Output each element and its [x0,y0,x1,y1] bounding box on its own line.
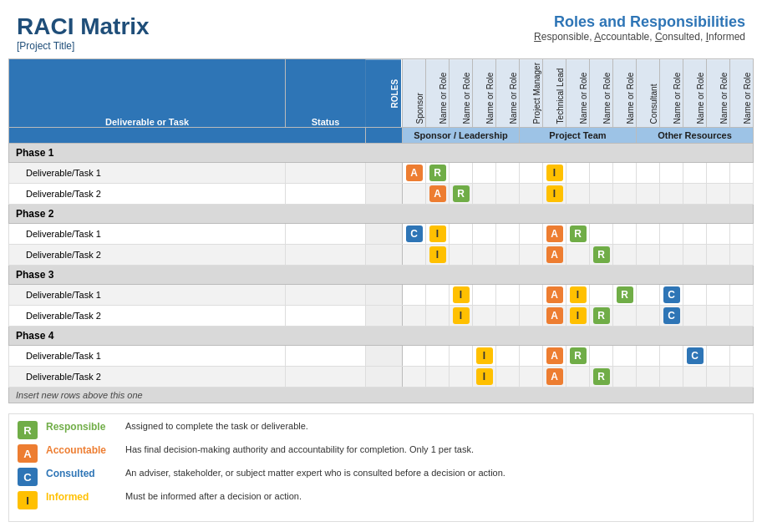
status-cell [286,367,366,388]
raci-cell [520,184,543,205]
role-11: Name or Role [730,59,754,128]
task-name-cell: Deliverable/Task 2 [9,245,286,266]
raci-cell [403,245,426,266]
roles-spacer [365,184,402,205]
raci-cell [496,184,520,205]
raci-cell: A [543,245,566,266]
phase-row-3: Phase 3 [9,266,754,285]
raci-cell [590,184,613,205]
roles-spacer [365,224,402,245]
raci-cell [496,285,520,306]
raci-cell [426,346,450,367]
raci-cell: A [543,346,566,367]
raci-cell: R [566,224,590,245]
legend-badge-I: I [18,491,38,509]
legend-row-C: CConsultedAn adviser, stakeholder, or su… [18,468,744,486]
raci-cell [730,245,754,266]
raci-cell [496,367,520,388]
role-1: Name or Role [426,59,450,128]
role-consultant: Consultant [637,59,660,128]
raci-cell [637,285,660,306]
raci-cell [520,163,543,184]
raci-cell: I [566,306,590,327]
task-name-cell: Deliverable/Task 2 [9,367,286,388]
raci-cell [637,306,660,327]
role-5: Name or Role [566,59,590,128]
task-row: Deliverable/Task 2IAR [9,367,754,388]
header-right: Roles and Responsibilities Responsible, … [534,13,745,43]
badge-R: R [570,347,587,364]
insert-row-text: Insert new rows above this one [9,388,754,403]
raci-cell [683,306,707,327]
legend-desc-I: Must be informed after a decision or act… [125,491,302,501]
task-name-cell: Deliverable/Task 2 [9,184,286,205]
raci-cell [473,306,496,327]
raci-cell [683,245,707,266]
legend-label-I: Informed [46,491,125,503]
legend: RResponsibleAssigned to complete the tas… [8,413,754,522]
raci-cell [613,163,637,184]
legend-row-I: IInformedMust be informed after a decisi… [18,491,744,509]
badge-R: R [429,165,446,181]
raci-cell [590,346,613,367]
raci-cell [450,346,473,367]
raci-cell [637,163,660,184]
badge-I: I [570,307,587,324]
badge-C: C [663,286,680,303]
badge-A: A [546,225,563,242]
raci-cell [450,245,473,266]
legend-desc-R: Assigned to complete the task or deliver… [125,421,308,431]
raci-cell [403,285,426,306]
status-cell [286,184,366,205]
role-10: Name or Role [707,59,730,128]
legend-desc-A: Has final decision-making authority and … [125,444,474,454]
task-row: Deliverable/Task 1CIAR [9,224,754,245]
raci-cell [707,163,730,184]
roles-spacer [365,285,402,306]
phase-row-1: Phase 1 [9,144,754,163]
raci-cell [496,306,520,327]
raci-cell [450,163,473,184]
raci-cell [403,367,426,388]
legend-row-R: RResponsibleAssigned to complete the tas… [18,421,744,439]
role-4: Name or Role [496,59,520,128]
role-6: Name or Role [590,59,613,128]
phase-row-4: Phase 4 [9,327,754,346]
phase-row-2: Phase 2 [9,205,754,224]
raci-cell: I [450,306,473,327]
raci-cell: I [543,184,566,205]
status-cell [286,306,366,327]
raci-cell [683,224,707,245]
role-9: Name or Role [683,59,707,128]
raci-cell [730,306,754,327]
raci-cell: R [566,346,590,367]
raci-cell [637,346,660,367]
raci-cell [590,224,613,245]
matrix-container: Deliverable or Task Status ROLES Sponsor… [8,58,754,403]
raci-cell: A [543,224,566,245]
raci-cell [473,224,496,245]
raci-cell [426,306,450,327]
page-header: RACI Matrix [Project Title] Roles and Re… [8,8,754,52]
raci-cell [683,163,707,184]
legend-items: RResponsibleAssigned to complete the tas… [18,421,744,509]
badge-I: I [429,225,446,242]
badge-I: I [429,246,446,263]
status-cell [286,163,366,184]
raci-cell [730,367,754,388]
role-pm: Project Manager [520,59,543,128]
raci-cell [707,224,730,245]
raci-cell [660,367,683,388]
badge-R: R [593,246,610,263]
raci-cell [590,163,613,184]
raci-cell: C [403,224,426,245]
raci-cell [637,224,660,245]
raci-cell [613,306,637,327]
legend-desc-C: An adviser, stakeholder, or subject matt… [125,468,505,478]
raci-cell [473,245,496,266]
raci-cell: R [590,367,613,388]
group-project-team: Project Team [520,128,637,144]
raci-cell [707,306,730,327]
badge-C: C [663,307,680,324]
badge-I: I [570,286,587,303]
